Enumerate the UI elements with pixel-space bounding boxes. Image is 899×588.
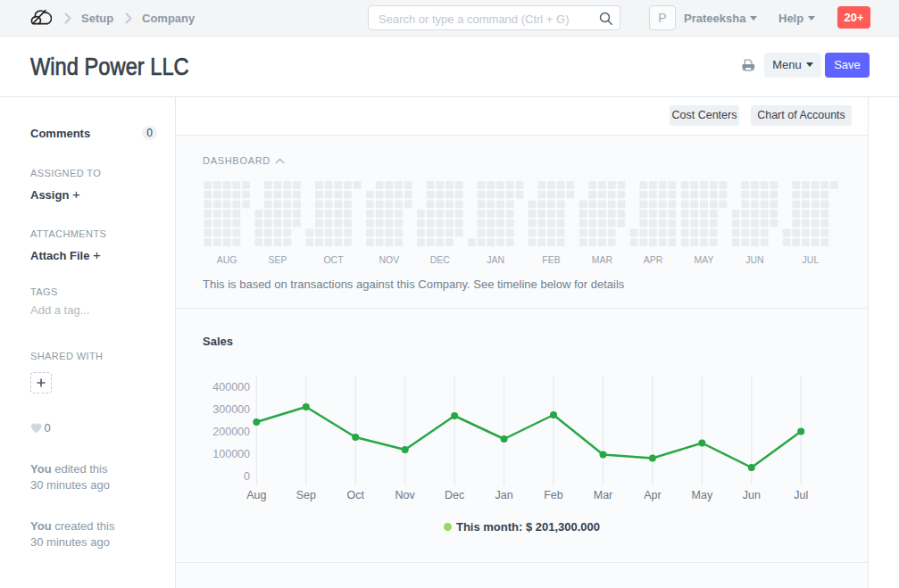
svg-text:JUL: JUL: [803, 254, 820, 265]
svg-text:May: May: [692, 489, 713, 501]
svg-text:Oct: Oct: [346, 489, 364, 501]
svg-text:MAR: MAR: [592, 254, 613, 265]
svg-text:Feb: Feb: [544, 489, 563, 501]
svg-text:Jan: Jan: [495, 489, 513, 501]
svg-text:AUG: AUG: [217, 254, 237, 265]
svg-text:200000: 200000: [212, 426, 250, 438]
svg-text:MAY: MAY: [695, 254, 714, 265]
svg-text:NOV: NOV: [379, 254, 399, 265]
svg-text:JUN: JUN: [745, 254, 763, 265]
svg-text:OCT: OCT: [323, 254, 344, 265]
svg-text:Jun: Jun: [743, 489, 761, 501]
svg-text:FEB: FEB: [542, 254, 560, 265]
svg-text:Apr: Apr: [644, 489, 661, 501]
svg-text:JAN: JAN: [487, 254, 504, 265]
svg-text:DEC: DEC: [430, 254, 451, 265]
svg-text:100000: 100000: [212, 448, 250, 460]
svg-text:Aug: Aug: [246, 489, 266, 501]
svg-text:SEP: SEP: [269, 254, 287, 265]
svg-text:400000: 400000: [212, 381, 250, 393]
svg-text:Jul: Jul: [794, 489, 808, 501]
svg-text:0: 0: [244, 470, 250, 483]
svg-text:300000: 300000: [212, 403, 250, 416]
svg-text:Sep: Sep: [296, 489, 316, 501]
svg-text:Dec: Dec: [445, 489, 464, 501]
svg-text:Mar: Mar: [594, 489, 613, 501]
svg-text:Nov: Nov: [395, 489, 416, 501]
svg-text:APR: APR: [644, 254, 663, 265]
